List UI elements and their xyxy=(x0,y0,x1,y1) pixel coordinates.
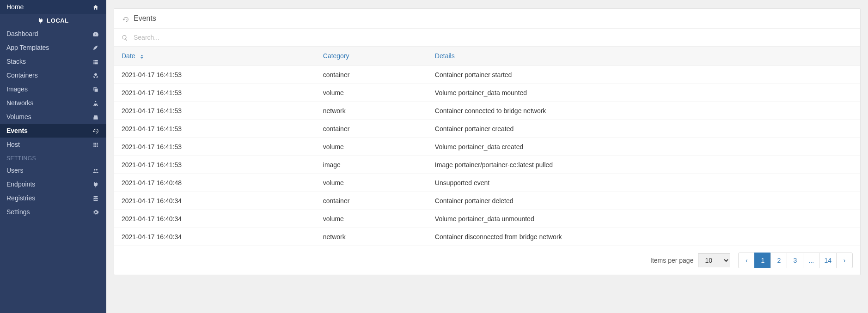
table-row: 2021-04-17 16:40:34containerContainer po… xyxy=(114,192,860,210)
cell-details: Volume portainer_data unmounted xyxy=(428,210,860,228)
sidebar-item-home[interactable]: Home xyxy=(0,0,106,14)
col-date[interactable]: Date xyxy=(114,47,316,66)
cell-category: volume xyxy=(316,174,428,192)
table-row: 2021-04-17 16:41:53containerContainer po… xyxy=(114,120,860,138)
page-14[interactable]: 14 xyxy=(819,253,837,268)
sidebar-item-volumes[interactable]: Volumes xyxy=(0,110,106,124)
sort-icon xyxy=(139,53,145,60)
sidebar-item-settings[interactable]: Settings xyxy=(0,205,106,219)
list-icon xyxy=(92,58,100,66)
cell-date: 2021-04-17 16:41:53 xyxy=(114,138,316,156)
cell-date: 2021-04-17 16:40:34 xyxy=(114,228,316,246)
sidebar-item-label: Settings xyxy=(6,208,30,216)
cell-date: 2021-04-17 16:41:53 xyxy=(114,102,316,120)
rocket-icon xyxy=(92,44,100,52)
sidebar-item-events[interactable]: Events xyxy=(0,124,106,138)
col-details[interactable]: Details xyxy=(428,47,860,66)
cell-details: Container portainer deleted xyxy=(428,192,860,210)
cell-date: 2021-04-17 16:40:34 xyxy=(114,210,316,228)
page-next[interactable]: › xyxy=(836,253,853,268)
table-row: 2021-04-17 16:40:34networkContainer disc… xyxy=(114,228,860,246)
gauge-icon xyxy=(92,30,100,38)
sidebar-item-containers[interactable]: Containers xyxy=(0,68,106,82)
table-row: 2021-04-17 16:41:53imageImage portainer/… xyxy=(114,156,860,174)
table-row: 2021-04-17 16:41:53volumeVolume portaine… xyxy=(114,138,860,156)
sidebar-env-label: LOCAL xyxy=(47,17,68,24)
search-bar xyxy=(114,28,860,46)
col-category[interactable]: Category xyxy=(316,47,428,66)
table-row: 2021-04-17 16:41:53volumeVolume portaine… xyxy=(114,84,860,102)
cell-details: Image portainer/portainer-ce:latest pull… xyxy=(428,156,860,174)
table-footer: Items per page 10 ‹123...14› xyxy=(114,246,860,275)
sidebar-item-label: Endpoints xyxy=(6,181,35,188)
sidebar-item-label: Stacks xyxy=(6,58,26,65)
cubes-icon xyxy=(92,72,100,79)
items-per-page-label: Items per page xyxy=(650,257,693,264)
events-panel: Events Date Category Details xyxy=(114,8,861,275)
sidebar-environment: LOCAL xyxy=(0,14,106,27)
sidebar-item-label: Registries xyxy=(6,194,35,202)
cell-category: container xyxy=(316,192,428,210)
cell-category: volume xyxy=(316,84,428,102)
sidebar-item-label: Volumes xyxy=(6,113,31,120)
panel-title-text: Events xyxy=(134,14,156,23)
table-row: 2021-04-17 16:40:48volumeUnsupported eve… xyxy=(114,174,860,192)
page-1[interactable]: 1 xyxy=(754,253,771,268)
clone-icon xyxy=(92,86,100,93)
cell-category: volume xyxy=(316,138,428,156)
cell-category: container xyxy=(316,66,428,84)
cell-date: 2021-04-17 16:40:48 xyxy=(114,174,316,192)
search-icon xyxy=(122,34,128,41)
sidebar-item-dashboard[interactable]: Dashboard xyxy=(0,27,106,41)
page-ellipsis: ... xyxy=(803,253,819,268)
table-row: 2021-04-17 16:41:53containerContainer po… xyxy=(114,66,860,84)
sidebar-item-label: Containers xyxy=(6,72,38,79)
history-icon xyxy=(122,14,129,22)
hdd-icon xyxy=(92,114,100,121)
sidebar-item-label: Dashboard xyxy=(6,30,38,37)
sidebar-item-networks[interactable]: Networks xyxy=(0,96,106,110)
database-icon xyxy=(92,195,100,202)
cogs-icon xyxy=(92,209,100,216)
page-3[interactable]: 3 xyxy=(787,253,803,268)
sidebar-item-images[interactable]: Images xyxy=(0,82,106,96)
main: Events Date Category Details xyxy=(106,0,868,313)
panel-title: Events xyxy=(114,9,860,28)
sidebar-item-registries[interactable]: Registries xyxy=(0,191,106,205)
cell-date: 2021-04-17 16:41:53 xyxy=(114,120,316,138)
cell-category: image xyxy=(316,156,428,174)
cell-details: Container disconnected from bridge netwo… xyxy=(428,228,860,246)
table-row: 2021-04-17 16:40:34volumeVolume portaine… xyxy=(114,210,860,228)
items-per-page-select[interactable]: 10 xyxy=(698,253,730,267)
pagination: ‹123...14› xyxy=(739,253,853,268)
cell-date: 2021-04-17 16:41:53 xyxy=(114,156,316,174)
cell-category: container xyxy=(316,120,428,138)
plug-icon xyxy=(92,181,100,188)
sidebar-item-users[interactable]: Users xyxy=(0,163,106,177)
history-icon xyxy=(92,127,100,135)
search-input[interactable] xyxy=(133,33,853,42)
cell-details: Unsupported event xyxy=(428,174,860,192)
sidebar-item-label: Users xyxy=(6,167,24,174)
sidebar-item-label: Home xyxy=(6,3,24,11)
items-per-page: Items per page 10 xyxy=(650,253,730,267)
sidebar-item-app-templates[interactable]: App Templates xyxy=(0,41,106,54)
table-row: 2021-04-17 16:41:53networkContainer conn… xyxy=(114,102,860,120)
grid-icon xyxy=(92,141,100,149)
cell-details: Container portainer created xyxy=(428,120,860,138)
sidebar-item-label: Images xyxy=(6,85,28,93)
cell-category: volume xyxy=(316,210,428,228)
cell-category: network xyxy=(316,102,428,120)
page-prev[interactable]: ‹ xyxy=(738,253,755,268)
page-2[interactable]: 2 xyxy=(770,253,787,268)
sidebar-item-label: Events xyxy=(6,127,28,134)
cell-details: Volume portainer_data created xyxy=(428,138,860,156)
sidebar-settings-header: SETTINGS xyxy=(0,151,106,163)
sidebar-item-stacks[interactable]: Stacks xyxy=(0,54,106,68)
sidebar-item-endpoints[interactable]: Endpoints xyxy=(0,177,106,191)
cell-category: network xyxy=(316,228,428,246)
sidebar-item-host[interactable]: Host xyxy=(0,138,106,151)
sidebar: Home LOCAL DashboardApp TemplatesStacksC… xyxy=(0,0,106,313)
events-table: Date Category Details 2021-04-17 16:41:5… xyxy=(114,46,860,246)
sidebar-item-label: Networks xyxy=(6,99,33,107)
